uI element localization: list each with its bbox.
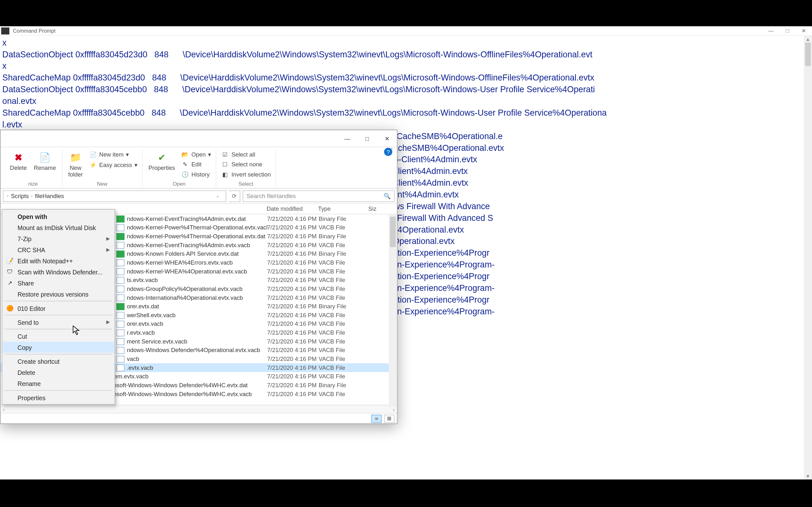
menu-item-edit-with-notepad-[interactable]: 📝Edit with Notepad++ <box>2 255 114 266</box>
menu-item-properties[interactable]: Properties <box>2 392 114 403</box>
easy-access-button[interactable]: ⚡Easy access ▾ <box>88 160 139 169</box>
refresh-button[interactable]: ⟳ <box>229 190 241 202</box>
dat-file-icon <box>116 303 125 310</box>
file-name: ndows-International%4Operational.evtx.va… <box>127 294 267 301</box>
vscroll-thumb[interactable] <box>390 217 396 247</box>
file-date: 7/21/2020 4:16 PM <box>267 373 318 380</box>
explorer-minimize-button[interactable]: — <box>337 130 357 147</box>
file-type: VACB File <box>318 391 359 397</box>
status-bar: ≣ ▦ <box>1 413 397 424</box>
scroll-left-icon[interactable]: ‹ <box>3 406 5 412</box>
new-folder-button[interactable]: 📁 New folder <box>66 150 85 179</box>
select-none-icon: ☐ <box>221 160 229 168</box>
scroll-thumb[interactable] <box>805 43 811 66</box>
open-icon: 📂 <box>181 150 189 158</box>
folder-icon: 📁 <box>69 151 82 164</box>
vacb-file-icon <box>116 294 125 301</box>
file-date: 7/21/2020 4:16 PM <box>267 347 318 353</box>
menu-item-label: Scan with Windows Defender... <box>17 268 102 275</box>
new-item-icon: 📄 <box>89 150 97 158</box>
minimize-button[interactable]: — <box>763 26 779 35</box>
file-hscrollbar[interactable]: ‹› <box>1 405 397 413</box>
menu-item-delete[interactable]: Delete <box>2 367 114 378</box>
scroll-down-icon[interactable]: ▼ <box>804 472 812 480</box>
icons-view-button[interactable]: ▦ <box>384 414 395 423</box>
new-item-button[interactable]: 📄New item ▾ <box>88 150 139 159</box>
breadcrumb[interactable]: › Scripts › fileHandles ⌄ <box>3 190 226 202</box>
explorer-titlebar[interactable]: — □ ✕ <box>1 130 397 147</box>
explorer-close-button[interactable]: ✕ <box>377 130 397 147</box>
new-folder-label: New folder <box>68 165 83 178</box>
vacb-file-icon <box>116 224 125 231</box>
context-menu[interactable]: Open withMount as ImDisk Virtual Disk7-Z… <box>2 209 115 405</box>
menu-item-cut[interactable]: Cut <box>2 331 114 342</box>
vacb-file-icon <box>116 241 125 248</box>
file-date: 7/21/2020 4:16 PM <box>267 355 318 362</box>
cmd-line: SharedCacheMap 0xfffffa83045d23d0 848 \D… <box>2 72 809 83</box>
select-all-button[interactable]: ☑Select all <box>220 150 272 159</box>
menu-item-send-to[interactable]: Send to▶ <box>2 317 114 328</box>
cmd-line: x <box>2 37 809 49</box>
menu-item-copy[interactable]: Copy <box>2 342 114 353</box>
menu-item-crc-sha[interactable]: CRC SHA▶ <box>2 244 114 255</box>
menu-item-label: Rename <box>17 380 41 387</box>
vacb-file-icon <box>116 277 125 284</box>
menu-item-rename[interactable]: Rename <box>2 378 114 389</box>
column-date[interactable]: Date modified <box>266 206 318 212</box>
menu-item-label: Edit with Notepad++ <box>17 257 72 264</box>
menu-item-mount-as-imdisk-virtual-disk[interactable]: Mount as ImDisk Virtual Disk <box>2 222 114 233</box>
column-size[interactable]: Siz <box>359 206 376 212</box>
breadcrumb-scripts[interactable]: Scripts <box>11 193 29 199</box>
column-type[interactable]: Type <box>318 206 359 212</box>
menu-item-restore-previous-versions[interactable]: Restore previous versions <box>2 288 114 299</box>
vacb-file-icon <box>116 312 125 319</box>
breadcrumb-filehandles[interactable]: fileHandles <box>35 193 64 199</box>
maximize-button[interactable]: □ <box>779 26 796 35</box>
menu-item-share[interactable]: ↗Share <box>2 277 114 288</box>
menu-separator <box>5 390 112 391</box>
open-button[interactable]: 📂Open ▾ <box>180 150 212 159</box>
010-icon: 🟠 <box>6 304 14 312</box>
menu-item-label: Mount as ImDisk Virtual Disk <box>17 224 96 231</box>
file-type: VACB File <box>318 347 359 353</box>
select-none-button[interactable]: ☐Select none <box>220 159 272 169</box>
file-name: ndows-Known Folders API Service.evtx.dat <box>127 250 267 257</box>
vacb-file-icon <box>116 364 125 371</box>
file-date: 7/21/2020 4:16 PM <box>267 242 318 248</box>
rename-button[interactable]: 📄 Rename <box>32 150 58 172</box>
file-type: VACB File <box>318 373 359 380</box>
file-date: 7/21/2020 4:16 PM <box>267 277 318 283</box>
shield-icon: 🛡 <box>6 268 14 276</box>
address-dropdown-icon[interactable]: ⌄ <box>213 193 222 199</box>
invert-selection-button[interactable]: ◧Invert selection <box>220 169 272 178</box>
cmd-scrollbar[interactable]: ▲ ▼ <box>804 36 812 480</box>
search-input[interactable]: Search fileHandles 🔍 <box>243 190 395 202</box>
menu-item-open-with[interactable]: Open with <box>2 211 114 222</box>
chevron-right-icon: › <box>7 193 9 199</box>
delete-button[interactable]: ✖ Delete <box>8 150 29 172</box>
explorer-maximize-button[interactable]: □ <box>357 130 377 147</box>
rename-icon: 📄 <box>38 151 51 164</box>
ribbon-collapse-icon[interactable]: ˄ <box>391 148 393 153</box>
menu-item-7-zip[interactable]: 7-Zip▶ <box>2 233 114 244</box>
letterbox-bottom <box>0 480 812 506</box>
menu-item-label: Properties <box>17 394 45 401</box>
scroll-up-icon[interactable]: ▲ <box>804 36 812 43</box>
vacb-file-icon <box>116 338 125 345</box>
vacb-file-icon <box>116 268 125 275</box>
cmd-line: onal.evtx <box>2 95 809 107</box>
file-name: werShell.evtx.vacb <box>127 312 267 318</box>
menu-item-create-shortcut[interactable]: Create shortcut <box>2 355 114 367</box>
history-button[interactable]: 🕓History <box>180 169 212 178</box>
menu-separator <box>5 354 112 354</box>
details-view-button[interactable]: ≣ <box>371 414 382 423</box>
file-type: VACB File <box>318 312 359 318</box>
menu-item-010-editor[interactable]: 🟠010 Editor <box>2 302 114 314</box>
menu-item-scan-with-windows-defender-[interactable]: 🛡Scan with Windows Defender... <box>2 266 114 277</box>
properties-button[interactable]: ✔ Properties <box>146 150 177 179</box>
edit-button[interactable]: ✎Edit <box>180 159 212 169</box>
cmd-titlebar[interactable]: Command Prompt — □ ✕ <box>0 26 812 36</box>
edit-icon: ✎ <box>181 160 189 168</box>
file-vscrollbar[interactable] <box>389 214 397 407</box>
close-button[interactable]: ✕ <box>796 26 812 35</box>
